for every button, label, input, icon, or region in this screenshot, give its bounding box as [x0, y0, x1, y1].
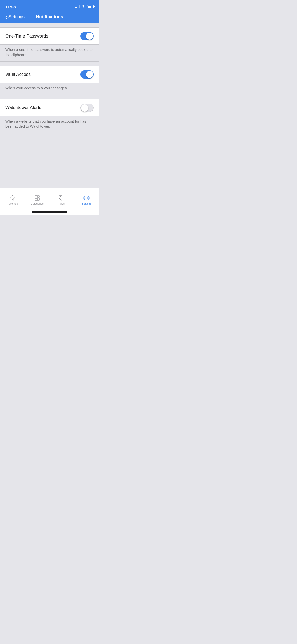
back-label: Settings: [8, 14, 25, 20]
settings-icon: [83, 195, 90, 201]
one-time-passwords-section: One-Time Passwords When a one-time passw…: [0, 27, 99, 62]
one-time-passwords-row: One-Time Passwords: [0, 27, 99, 45]
tab-tags[interactable]: Tags: [50, 195, 74, 205]
one-time-passwords-toggle[interactable]: [80, 32, 94, 40]
home-indicator: [0, 210, 99, 215]
tags-icon: [59, 195, 65, 201]
status-bar: 11:08: [0, 0, 99, 12]
watchtower-alerts-row: Watchtower Alerts: [0, 99, 99, 116]
one-time-passwords-description: When a one-time password is automaticall…: [0, 45, 99, 62]
back-button[interactable]: ‹ Settings: [5, 14, 25, 20]
battery-icon: [87, 5, 94, 8]
content-area: One-Time Passwords When a one-time passw…: [0, 23, 99, 188]
status-icons: [75, 5, 94, 8]
vault-access-toggle[interactable]: [80, 70, 94, 79]
vault-access-section: Vault Access When your access to a vault…: [0, 66, 99, 95]
categories-icon: [34, 195, 40, 201]
tab-categories-label: Categories: [31, 202, 43, 205]
tab-bar: Favorites Categories Tags: [0, 188, 99, 210]
watchtower-alerts-description: When a website that you have an account …: [0, 116, 99, 133]
tab-settings[interactable]: Settings: [74, 195, 99, 205]
page-title: Notifications: [36, 14, 63, 20]
tab-tags-label: Tags: [59, 202, 65, 205]
watchtower-alerts-section: Watchtower Alerts When a website that yo…: [0, 99, 99, 133]
tab-settings-label: Settings: [82, 202, 91, 205]
nav-bar: ‹ Settings Notifications: [0, 12, 99, 23]
vault-access-label: Vault Access: [5, 72, 31, 77]
tab-favorites-label: Favorites: [7, 202, 18, 205]
svg-rect-1: [35, 199, 37, 200]
svg-rect-3: [37, 198, 39, 200]
status-time: 11:08: [5, 4, 16, 9]
svg-rect-0: [35, 196, 37, 198]
watchtower-alerts-label: Watchtower Alerts: [5, 105, 41, 110]
favorites-icon: [9, 195, 16, 201]
vault-access-row: Vault Access: [0, 66, 99, 83]
back-chevron-icon: ‹: [5, 14, 7, 20]
wifi-icon: [81, 5, 86, 8]
one-time-passwords-label: One-Time Passwords: [5, 34, 48, 39]
svg-point-4: [60, 196, 61, 197]
tab-categories[interactable]: Categories: [25, 195, 50, 205]
watchtower-alerts-toggle[interactable]: [80, 104, 94, 112]
tab-favorites[interactable]: Favorites: [0, 195, 25, 205]
svg-rect-2: [37, 196, 39, 197]
vault-access-description: When your access to a vault changes.: [0, 83, 99, 95]
home-bar: [32, 211, 67, 213]
svg-point-5: [86, 197, 87, 199]
signal-icon: [75, 5, 80, 8]
